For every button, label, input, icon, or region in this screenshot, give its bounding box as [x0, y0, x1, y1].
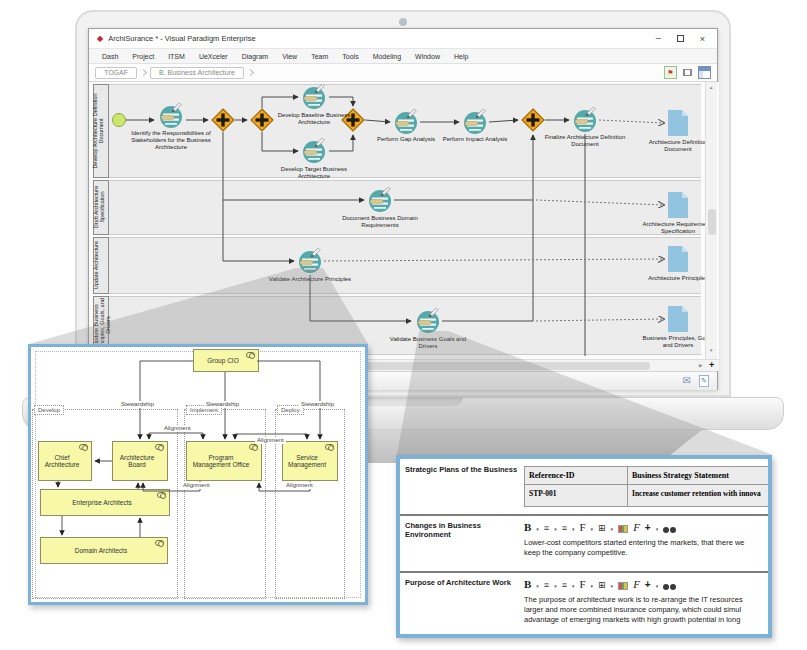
insert-plus-icon[interactable]: +: [645, 580, 651, 590]
visual-paradigm-logo-icon: ◆: [97, 34, 103, 43]
scroll-down-icon[interactable]: ▼: [709, 348, 713, 353]
vertical-scrollbar[interactable]: ▲ ▼: [705, 82, 717, 359]
insert-image-icon[interactable]: [618, 582, 628, 590]
list-icon[interactable]: ≡: [562, 580, 567, 590]
maximize-button[interactable]: [677, 35, 684, 42]
task-label: Perform Impact Analysis: [428, 136, 522, 143]
task-icon-gap-analysis[interactable]: [393, 109, 419, 135]
scroll-up-icon[interactable]: ▲: [709, 85, 713, 90]
menu-project[interactable]: Project: [125, 53, 161, 60]
lane-label-update-architecture: Update Architecture: [94, 237, 110, 294]
bold-icon[interactable]: B: [524, 522, 531, 533]
function-icon[interactable]: F: [633, 579, 640, 590]
list-icon[interactable]: ≡: [562, 523, 567, 533]
diagram-panel-icon[interactable]: [698, 66, 711, 79]
document-label: Architecture Requirements Specification: [641, 221, 715, 235]
close-button[interactable]: ×: [700, 34, 705, 44]
font-icon[interactable]: F: [579, 522, 585, 533]
edge-label-stewardship: Stewardship: [299, 401, 336, 408]
insert-plus-icon[interactable]: +: [645, 523, 651, 533]
chevron-right-icon: [140, 69, 147, 76]
changes-text-line: keep the company competitive.: [524, 548, 768, 558]
task-icon-target[interactable]: [301, 138, 327, 164]
task-icon-document-requirements[interactable]: [367, 187, 393, 213]
parallel-gateway-icon[interactable]: [211, 108, 235, 132]
purpose-text-line: advantage of emerging markets with high …: [524, 615, 768, 625]
menu-modeling[interactable]: Modeling: [366, 53, 408, 60]
pan-tool-icon[interactable]: +: [709, 360, 714, 370]
menu-help[interactable]: Help: [447, 53, 475, 60]
scroll-right-icon[interactable]: ▶: [699, 363, 702, 368]
table-row-strategic-plans: Strategic Plans of the Business Referenc…: [400, 459, 768, 514]
caret-icon[interactable]: ▾: [591, 525, 594, 533]
lane-label-draft: Draft Architecture Specification: [94, 180, 110, 235]
edit-page-icon[interactable]: ✎: [699, 375, 709, 387]
menu-view[interactable]: View: [275, 53, 304, 60]
font-icon[interactable]: F: [579, 579, 585, 590]
binoculars-icon[interactable]: [663, 525, 676, 533]
task-icon-finalize[interactable]: [572, 107, 598, 133]
rich-text-toolbar: B▾ ≡▾ ≡▾ F▾ ⊞▾ F +▾: [524, 519, 676, 533]
start-event[interactable]: [112, 113, 126, 127]
title-bar: ◆ ArchiSurance * - Visual Paradigm Enter…: [89, 29, 717, 49]
document-icon[interactable]: [667, 305, 689, 333]
vertical-scroll-thumb[interactable]: [708, 209, 716, 235]
laptop-mockup-scene: ◆ ArchiSurance * - Visual Paradigm Enter…: [0, 0, 807, 650]
document-icon[interactable]: [667, 191, 689, 219]
breadcrumb-business-architecture[interactable]: B. Business Architecture: [150, 67, 244, 79]
caret-icon[interactable]: ▾: [656, 582, 659, 590]
caret-icon[interactable]: ▾: [554, 582, 557, 590]
strategic-plans-table[interactable]: Reference-ID Business Strategy Statement…: [524, 466, 768, 507]
binoculars-icon[interactable]: [663, 582, 676, 590]
mail-icon[interactable]: ✉: [683, 375, 691, 386]
task-icon-validate-goals[interactable]: [415, 308, 441, 334]
flag-icon[interactable]: ⚑: [664, 66, 677, 79]
caret-icon[interactable]: ▾: [572, 582, 575, 590]
menu-dash[interactable]: Dash: [95, 53, 125, 60]
bold-icon[interactable]: B: [524, 579, 531, 590]
row-label: Strategic Plans of the Business: [405, 465, 519, 474]
align-icon[interactable]: ≡: [544, 523, 549, 533]
caret-icon[interactable]: ▾: [572, 525, 575, 533]
architecture-vision-table-overlay: Strategic Plans of the Business Referenc…: [396, 455, 772, 638]
task-label: Develop Baseline Business Architecture: [267, 112, 361, 126]
caret-icon[interactable]: ▾: [554, 525, 557, 533]
function-icon[interactable]: F: [633, 522, 640, 533]
menu-itsm[interactable]: ITSM: [161, 53, 192, 60]
align-icon[interactable]: ≡: [544, 580, 549, 590]
task-icon-impact-analysis[interactable]: [462, 109, 488, 135]
document-icon[interactable]: [667, 109, 689, 137]
table-row-changes: Changes in Business Environment B▾ ≡▾ ≡▾…: [400, 516, 768, 571]
menu-diagram[interactable]: Diagram: [235, 53, 275, 60]
insert-image-icon[interactable]: [618, 525, 628, 533]
caret-icon[interactable]: ▾: [611, 525, 614, 533]
edge-label-stewardship: Stewardship: [204, 401, 241, 408]
menu-tools[interactable]: Tools: [335, 53, 365, 60]
caret-icon[interactable]: ▾: [536, 525, 539, 533]
purpose-text-line: larger and more combined insurance compa…: [524, 605, 768, 615]
purpose-text-line: The purpose of architecture work is to r…: [524, 595, 768, 605]
caret-icon[interactable]: ▾: [611, 582, 614, 590]
document-icon[interactable]: [667, 245, 689, 273]
breadcrumb-togaf[interactable]: TOGAF: [95, 67, 137, 79]
group-label-develop: Develop: [34, 405, 64, 415]
fit-to-window-icon[interactable]: [681, 66, 694, 79]
insert-table-icon[interactable]: ⊞: [598, 523, 606, 533]
task-icon-baseline[interactable]: [301, 84, 327, 110]
menu-window[interactable]: Window: [408, 53, 447, 60]
caret-icon[interactable]: ▾: [656, 525, 659, 533]
menu-team[interactable]: Team: [304, 53, 335, 60]
edge-label-stewardship: Stewardship: [119, 401, 156, 408]
minimize-button[interactable]: –: [656, 34, 661, 43]
menu-uexceler[interactable]: UeXceler: [192, 53, 235, 60]
caret-icon[interactable]: ▾: [591, 582, 594, 590]
edge-label-alignment: Alignment: [162, 425, 193, 432]
menu-bar: Dash Project ITSM UeXceler Diagram View …: [89, 49, 717, 64]
org-chart-overlay: Develop Implement Deploy: [28, 344, 368, 605]
caret-icon[interactable]: ▾: [536, 582, 539, 590]
task-icon-identify[interactable]: [158, 103, 184, 129]
table-row-purpose: Purpose of Architecture Work B▾ ≡▾ ≡▾ F▾…: [400, 573, 768, 634]
parallel-gateway-icon[interactable]: [521, 108, 545, 132]
laptop-camera: [399, 18, 407, 26]
insert-table-icon[interactable]: ⊞: [598, 580, 606, 590]
